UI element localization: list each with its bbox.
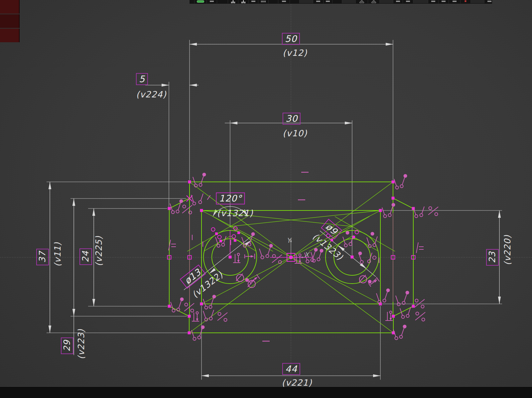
constraint-pend-icon[interactable] (382, 207, 387, 218)
toolbar-icon[interactable] (342, 0, 356, 3)
constraint-perp-icon[interactable] (295, 254, 302, 264)
constraint-pend-icon[interactable] (388, 203, 395, 217)
dim-24-value-box[interactable]: 24 (79, 248, 92, 265)
constraint-pend-icon[interactable] (177, 298, 184, 311)
constraint-pend-icon[interactable] (383, 289, 390, 302)
toolbar-icon[interactable] (449, 0, 461, 3)
toolbar-icon[interactable] (471, 0, 484, 3)
constraint-dot-icon[interactable] (358, 252, 362, 255)
constraint-pend-icon[interactable] (400, 308, 405, 319)
toolbar-icon[interactable] (269, 0, 278, 3)
vertex-handle[interactable] (200, 303, 203, 306)
constraint-pend-icon[interactable] (191, 195, 196, 205)
toolbar-icon[interactable] (393, 0, 403, 3)
toolbar-icon[interactable] (300, 0, 313, 3)
vertex-handle[interactable] (168, 305, 171, 308)
vertex-handle[interactable] (392, 197, 395, 200)
constraint-tsq-icon[interactable] (352, 230, 359, 239)
toolbar-icon[interactable] (332, 0, 342, 3)
dim-23-value-box[interactable]: 23 (486, 249, 499, 266)
dim-120-variable[interactable]: (v1321) (217, 208, 253, 218)
vertex-handle[interactable] (188, 332, 191, 334)
vertex-handle[interactable] (392, 315, 395, 318)
toolbar-icon[interactable] (238, 0, 249, 3)
constraint-dot-icon[interactable] (371, 232, 374, 236)
dim-44-value[interactable]: 44 (282, 363, 300, 375)
origin-point[interactable] (289, 256, 293, 259)
toolbar-icon[interactable] (368, 0, 380, 3)
toolbar-icon[interactable] (484, 0, 492, 3)
constraint-dot-icon[interactable] (346, 231, 349, 235)
constraint-pend-icon[interactable] (248, 232, 255, 246)
toolbar-icon[interactable] (324, 0, 332, 3)
dim-30-variable[interactable]: (v10) (283, 128, 307, 138)
toolbar-icon[interactable] (413, 0, 428, 3)
dim-37-value-box[interactable]: 37 (36, 249, 49, 265)
vertex-handle[interactable] (168, 207, 171, 210)
constraint-pend-icon[interactable] (209, 295, 216, 309)
constraint-tsq-icon[interactable] (211, 228, 218, 235)
constraint-pend-icon[interactable] (420, 206, 425, 217)
constraint-tsq-icon[interactable] (218, 235, 222, 243)
constraint-pct-icon[interactable] (182, 205, 192, 214)
toolbar-icon[interactable] (439, 0, 449, 3)
constraint-pend-icon[interactable] (222, 236, 226, 246)
dim-5-value[interactable]: 5 (136, 73, 148, 85)
toolbar-icon[interactable] (356, 0, 368, 3)
constraint-perp-icon[interactable] (385, 311, 393, 321)
toolbar-icon[interactable] (313, 0, 324, 3)
toolbar-icon[interactable] (258, 0, 269, 3)
dim-50-value[interactable]: 50 (282, 33, 300, 45)
toolbar-icon[interactable] (195, 0, 207, 3)
toolbar-icon[interactable] (278, 0, 290, 3)
toolbar-icon[interactable] (249, 0, 258, 3)
constraint-tsq-icon[interactable] (232, 235, 237, 242)
constraint-eqbar-icon[interactable] (169, 240, 176, 250)
constraint-pend-icon[interactable] (400, 325, 407, 338)
vertex-handle[interactable] (200, 209, 203, 212)
constraint-pend-icon[interactable] (393, 330, 398, 340)
toolbar-icon[interactable] (290, 0, 300, 3)
toolbar-icon[interactable] (190, 0, 195, 3)
construction-line[interactable] (204, 236, 230, 251)
dim-23-variable[interactable]: (v220) (502, 235, 512, 265)
constraint-pend-icon[interactable] (400, 174, 407, 188)
cad-viewport[interactable]: 50 (v12) 5 (v224) 30 (v10) 120° (v1321) … (0, 0, 532, 398)
vertex-handle[interactable] (188, 181, 191, 184)
constraint-pend-icon[interactable] (199, 194, 203, 204)
dim-5-variable[interactable]: (v224) (136, 89, 166, 99)
dim-29-variable[interactable]: (v223) (76, 329, 86, 359)
dim-44-variable[interactable]: (v221) (282, 378, 312, 388)
constraint-perp-icon[interactable] (192, 312, 199, 322)
constraint-abar-icon[interactable] (245, 254, 255, 259)
constraint-dot-icon[interactable] (245, 278, 249, 282)
vertex-handle[interactable] (229, 256, 232, 259)
constraint-perp-icon[interactable] (233, 253, 240, 263)
dim-29-value-box[interactable]: 29 (61, 337, 73, 354)
constraint-pct-icon[interactable] (415, 299, 425, 308)
constraint-dot-icon[interactable] (368, 280, 372, 284)
toolbar-icon[interactable] (461, 0, 471, 3)
vertex-handle[interactable] (351, 256, 354, 259)
vertex-handle[interactable] (379, 209, 382, 212)
dim-24-variable[interactable]: (v225) (94, 236, 104, 266)
constraint-bigc-icon[interactable] (359, 275, 367, 283)
constraint-eqbar-icon[interactable] (416, 242, 424, 253)
constraint-pend-icon[interactable] (176, 199, 183, 213)
constraint-pct-icon[interactable] (428, 207, 438, 216)
constraint-pct-icon[interactable] (217, 313, 227, 322)
constraint-pend-icon[interactable] (396, 296, 400, 306)
toolbar-icon[interactable] (403, 0, 413, 3)
dim-50-variable[interactable]: (v12) (283, 48, 307, 58)
dim-120-value[interactable]: 120° (216, 193, 245, 204)
constraint-pend-icon[interactable] (343, 237, 347, 247)
toolbar-icon[interactable] (380, 0, 393, 3)
constraint-pend-icon[interactable] (198, 326, 205, 339)
vertex-handle[interactable] (392, 181, 395, 184)
toolbar-icon[interactable] (207, 0, 217, 3)
constraint-dot-icon[interactable] (320, 249, 324, 253)
constraint-pct-icon[interactable] (415, 312, 425, 321)
toolbar-icon[interactable] (217, 0, 228, 3)
vertex-handle[interactable] (188, 315, 191, 318)
toolbar-icon[interactable] (228, 0, 238, 3)
